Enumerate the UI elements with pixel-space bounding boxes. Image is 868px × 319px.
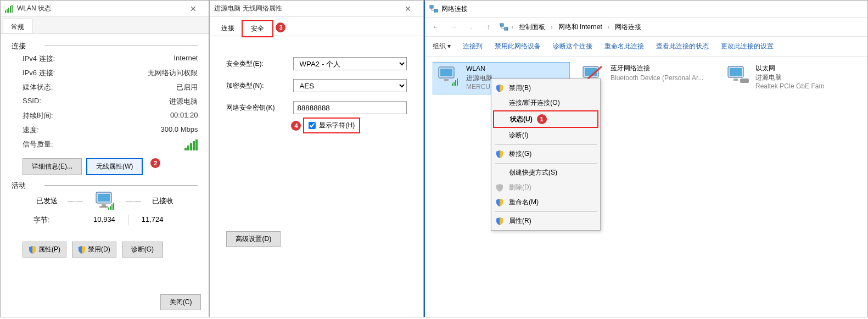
media-label: 媒体状态: bbox=[23, 82, 53, 92]
up-button[interactable]: ↑ bbox=[482, 20, 495, 33]
svg-rect-6 bbox=[98, 194, 110, 202]
ipv6-label: IPv6 连接: bbox=[23, 68, 55, 78]
encryption-type-select[interactable]: AES bbox=[293, 79, 407, 92]
ssid-value: 进源电脑 bbox=[169, 97, 198, 107]
back-button[interactable]: ← bbox=[429, 20, 443, 33]
ctx-shortcut[interactable]: 创建快捷方式(S) bbox=[491, 165, 600, 180]
toolbar-rename[interactable]: 重命名此连接 bbox=[604, 42, 644, 51]
organize-menu[interactable]: 组织 ▾ bbox=[433, 42, 451, 51]
shield-icon bbox=[496, 85, 503, 92]
svg-rect-0 bbox=[5, 10, 6, 13]
show-characters-checkbox[interactable] bbox=[309, 122, 316, 129]
dash: —— bbox=[126, 197, 142, 205]
properties-button[interactable]: 属性(P) bbox=[23, 242, 66, 258]
security-type-select[interactable]: WPA2 - 个人 bbox=[293, 57, 407, 70]
sent-label: 已发送 bbox=[36, 196, 58, 206]
svg-rect-4 bbox=[12, 5, 13, 13]
svg-rect-30 bbox=[730, 68, 742, 76]
svg-rect-9 bbox=[108, 208, 109, 210]
shield-icon bbox=[496, 217, 503, 225]
ctx-connect[interactable]: 连接/断开连接(O) bbox=[491, 96, 600, 110]
encryption-type-label: 加密类型(N): bbox=[226, 81, 287, 91]
ctx-disable[interactable]: 禁用(B) bbox=[491, 81, 600, 96]
svg-rect-16 bbox=[500, 24, 503, 26]
network-icon bbox=[500, 23, 508, 31]
breadcrumb-item[interactable]: 网络连接 bbox=[613, 21, 643, 33]
svg-rect-7 bbox=[102, 204, 106, 206]
ctx-diagnose[interactable]: 诊断(I) bbox=[491, 128, 600, 143]
security-type-label: 安全类型(E): bbox=[226, 59, 287, 69]
window-title: 进源电脑 无线网络属性 bbox=[214, 4, 397, 13]
svg-rect-24 bbox=[457, 79, 458, 86]
close-button[interactable]: ✕ bbox=[397, 1, 419, 16]
received-label: 已接收 bbox=[152, 196, 173, 206]
breadcrumb-item[interactable]: 网络和 Internet bbox=[556, 21, 604, 33]
conn-sub: 进源电脑 bbox=[755, 74, 824, 82]
tab-general[interactable]: 常规 bbox=[3, 19, 32, 33]
conn-name: 蓝牙网络连接 bbox=[611, 64, 703, 73]
speed-label: 速度: bbox=[23, 125, 39, 135]
bytes-received: 11,724 bbox=[129, 215, 176, 225]
tab-security[interactable]: 安全 bbox=[243, 21, 272, 36]
ctx-delete[interactable]: 删除(D) bbox=[491, 180, 600, 195]
bytes-label: 字节: bbox=[33, 215, 81, 225]
svg-rect-14 bbox=[430, 5, 433, 8]
details-button[interactable]: 详细信息(E)... bbox=[23, 158, 82, 175]
svg-rect-2 bbox=[8, 8, 9, 13]
duration-value: 00:01:20 bbox=[170, 111, 198, 121]
svg-rect-23 bbox=[455, 80, 456, 86]
media-value: 已启用 bbox=[176, 82, 198, 92]
network-key-input[interactable] bbox=[293, 101, 407, 114]
advanced-settings-button[interactable]: 高级设置(D) bbox=[226, 231, 281, 247]
toolbar-disable[interactable]: 禁用此网络设备 bbox=[495, 42, 541, 51]
ethernet-adapter-icon bbox=[725, 64, 751, 86]
svg-rect-8 bbox=[99, 206, 108, 208]
recent-button[interactable]: ⌄ bbox=[464, 20, 478, 33]
explorer-titlebar: 网络连接 bbox=[425, 1, 867, 17]
wireless-properties-button[interactable]: 无线属性(W) bbox=[86, 158, 143, 175]
close-button[interactable]: ✕ bbox=[182, 1, 204, 16]
network-icon bbox=[429, 4, 438, 13]
shield-icon bbox=[496, 184, 503, 192]
connection-section: 连接 bbox=[12, 41, 198, 51]
annotation-badge-1: 1 bbox=[537, 114, 547, 124]
toolbar-status[interactable]: 查看此连接的状态 bbox=[656, 42, 709, 51]
monitor-icon bbox=[94, 191, 116, 211]
ctx-status[interactable]: 状态(U)1 bbox=[493, 110, 598, 128]
activity-section: 活动 bbox=[12, 181, 198, 191]
window-title: 网络连接 bbox=[441, 4, 468, 14]
breadcrumb[interactable]: › 控制面板› 网络和 Internet› 网络连接 bbox=[500, 21, 863, 33]
diagnose-button[interactable]: 诊断(G) bbox=[122, 242, 163, 258]
toolbar-change[interactable]: 更改此连接的设置 bbox=[721, 42, 774, 51]
ctx-bridge[interactable]: 桥接(G) bbox=[491, 147, 600, 161]
ipv6-value: 无网络访问权限 bbox=[148, 68, 198, 78]
toolbar-diagnose[interactable]: 诊断这个连接 bbox=[553, 42, 592, 51]
bytes-sent: 10,934 bbox=[81, 215, 128, 225]
network-key-label: 网络安全密钥(K) bbox=[226, 103, 287, 113]
signal-label: 信号质量: bbox=[23, 139, 53, 150]
tab-connection[interactable]: 连接 bbox=[213, 20, 243, 36]
ctx-rename[interactable]: 重命名(M) bbox=[491, 195, 600, 210]
breadcrumb-item[interactable]: 控制面板 bbox=[517, 21, 547, 33]
toolbar-connect[interactable]: 连接到 bbox=[463, 42, 483, 51]
svg-rect-15 bbox=[434, 9, 438, 12]
close-dialog-button[interactable]: 关闭(C) bbox=[160, 294, 201, 310]
speed-value: 300.0 Mbps bbox=[161, 125, 198, 135]
shield-icon bbox=[496, 199, 503, 206]
ctx-properties[interactable]: 属性(R) bbox=[491, 214, 600, 228]
wireless-props-titlebar: 进源电脑 无线网络属性 ✕ bbox=[210, 1, 423, 17]
forward-button[interactable]: → bbox=[447, 20, 460, 33]
annotation-badge-4: 4 bbox=[291, 121, 301, 131]
window-title: WLAN 状态 bbox=[17, 4, 182, 13]
svg-rect-19 bbox=[440, 69, 452, 76]
conn-name: 以太网 bbox=[755, 64, 824, 73]
shield-icon bbox=[496, 150, 503, 158]
disable-button[interactable]: 禁用(D) bbox=[72, 242, 116, 258]
svg-rect-22 bbox=[453, 82, 455, 86]
connection-ethernet[interactable]: 以太网 进源电脑 Realtek PCIe GbE Fam bbox=[723, 62, 860, 94]
context-menu: 禁用(B) 连接/断开连接(O) 状态(U)1 诊断(I) 桥接(G) 创建快捷… bbox=[491, 79, 601, 231]
toolbar: 组织 ▾ 连接到 禁用此网络设备 诊断这个连接 重命名此连接 查看此连接的状态 … bbox=[425, 37, 867, 57]
svg-rect-3 bbox=[10, 6, 11, 13]
ipv4-value: Internet bbox=[173, 54, 198, 64]
wlan-adapter-icon bbox=[435, 65, 462, 87]
